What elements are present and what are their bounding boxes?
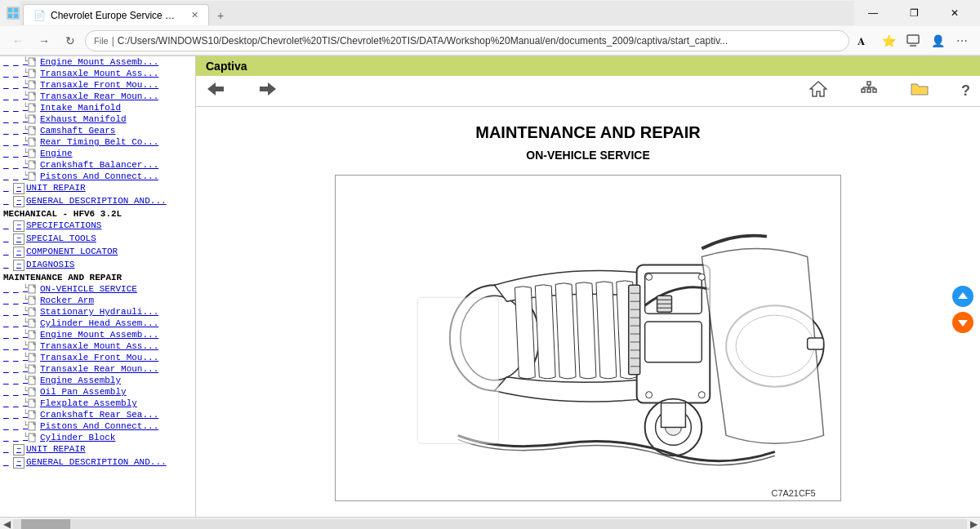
back-button[interactable]: ← [7,29,29,52]
sidebar-item[interactable]: └ Engine [0,148,195,159]
close-button[interactable]: ✕ [936,0,973,26]
sidebar-link-text[interactable]: Intake Manifold [40,103,121,113]
sidebar-link-text[interactable]: Oil Pan Assembly [40,387,127,397]
sidebar-link-text[interactable]: Engine Mount Assemb... [40,57,158,67]
sidebar-item[interactable]: └ Crankshaft Rear Sea... [0,409,195,420]
toolbar-folder-button[interactable] [911,81,929,101]
address-bar[interactable]: File | C:/Users/WINDOWS10/Desktop/Chevro… [85,30,849,51]
sidebar-item[interactable]: └ Stationary Hydrauli... [0,306,195,318]
toolbar-home-button[interactable] [809,81,827,101]
sidebar-link-text[interactable]: Engine Assembly [40,376,121,385]
sidebar-link-text[interactable]: Rocker Arm [40,296,94,305]
sidebar-item[interactable]: └ Intake Manifold [0,102,195,113]
sidebar-link-text[interactable]: ON-VEHICLE SERVICE [40,284,137,294]
sidebar-item[interactable]: └ Engine Assembly [0,375,195,386]
tree-expand-icon[interactable]: − [13,233,24,245]
active-tab[interactable]: 📄 Chevrolet Europe Service Manu... ✕ [23,4,209,25]
profile-button[interactable]: 👤 [926,29,949,52]
tree-expand-icon[interactable]: − [13,444,24,456]
sidebar-link-text[interactable]: UNIT REPAIR [26,444,86,454]
sidebar-item[interactable]: └ Cylinder Head Assem... [0,318,195,329]
scroll-up-button[interactable] [952,286,973,307]
tree-expand-icon[interactable]: − [13,457,24,469]
tree-expand-icon[interactable]: − [13,183,24,194]
sidebar-item[interactable]: └ Engine Mount Assemb... [0,56,195,68]
tree-expand-icon[interactable]: − [13,260,24,271]
sidebar-link-text[interactable]: Transaxle Front Mou... [40,353,158,362]
sidebar-link-text[interactable]: Cylinder Head Assem... [40,318,158,328]
toolbar-help-button[interactable]: ? [961,82,970,100]
sidebar-link-text[interactable]: GENERAL DESCRIPTION AND... [26,457,167,467]
sidebar-item[interactable]: └ Crankshaft Balancer... [0,159,195,171]
sidebar-item[interactable]: └ Transaxle Rear Moun... [0,91,195,102]
collections-button[interactable] [902,29,924,52]
sidebar-link-text[interactable]: UNIT REPAIR [26,183,86,193]
sidebar-item[interactable]: −UNIT REPAIR [0,443,195,456]
sidebar-item[interactable]: └ Rear Timing Belt Co... [0,136,195,148]
sidebar-item[interactable]: └ Transaxle Mount Ass... [0,68,195,79]
sidebar-link-text[interactable]: Exhaust Manifold [40,114,127,124]
sidebar-link-text[interactable]: Crankshaft Balancer... [40,160,158,170]
toolbar-sitemap-button[interactable] [860,81,878,101]
sidebar-item[interactable]: └ ON-VEHICLE SERVICE [0,283,195,295]
sidebar-item[interactable]: −DIAGNOSIS [0,259,195,272]
minimize-button[interactable]: — [854,0,892,26]
more-button[interactable]: ⋯ [951,29,973,52]
h-scroll-thumb[interactable] [21,519,70,529]
sidebar-item[interactable]: └ Transaxle Front Mou... [0,352,195,363]
sidebar-link-text[interactable]: Pistons And Connect... [40,421,158,431]
tree-expand-icon[interactable]: − [13,247,24,258]
h-scroll-track[interactable] [13,519,967,529]
scroll-down-button[interactable] [952,312,973,333]
sidebar-link-text[interactable]: GENERAL DESCRIPTION AND... [26,196,167,206]
sidebar-item[interactable]: └ Rocker Arm [0,295,195,306]
sidebar-item[interactable]: └ Engine Mount Assemb... [0,329,195,340]
refresh-button[interactable]: ↻ [59,29,82,52]
sidebar-item[interactable]: └ Pistons And Connect... [0,420,195,432]
tab-close-button[interactable]: ✕ [191,10,198,20]
maximize-button[interactable]: ❐ [895,0,933,26]
sidebar-link-text[interactable]: Transaxle Rear Moun... [40,91,158,101]
sidebar-link-text[interactable]: Engine [40,149,73,158]
sidebar-item[interactable]: └ Transaxle Rear Moun... [0,363,195,375]
favorites-button[interactable]: ⭐ [877,29,900,52]
sidebar-link-text[interactable]: DIAGNOSIS [26,260,74,269]
sidebar-link-text[interactable]: Transaxle Front Mou... [40,80,158,90]
tree-expand-icon[interactable]: − [13,196,24,207]
read-aloud-button[interactable]: 𝐀 [853,29,875,52]
sidebar-link-text[interactable]: Flexplate Assembly [40,398,137,408]
sidebar-item[interactable]: └ Cylinder Block [0,432,195,443]
sidebar-item[interactable]: └ Exhaust Manifold [0,113,195,125]
sidebar-item[interactable]: −GENERAL DESCRIPTION AND... [0,195,195,208]
sidebar-link-text[interactable]: Crankshaft Rear Sea... [40,410,158,420]
sidebar-item[interactable]: └ Flexplate Assembly [0,398,195,409]
toolbar-back-button[interactable] [206,81,225,101]
sidebar-link-text[interactable]: COMPONENT LOCATOR [26,247,118,256]
tree-expand-icon[interactable]: − [13,220,24,232]
sidebar-item[interactable]: └ Transaxle Mount Ass... [0,340,195,352]
h-scroll-left-button[interactable]: ◀ [0,518,13,530]
h-scroll-right-button[interactable]: ▶ [967,518,980,530]
forward-button[interactable]: → [33,29,56,52]
sidebar-item[interactable]: −SPECIFICATIONS [0,220,195,233]
sidebar-link-text[interactable]: Transaxle Mount Ass... [40,69,158,78]
sidebar-link-text[interactable]: Camshaft Gears [40,126,115,136]
sidebar-item[interactable]: └ Pistons And Connect... [0,171,195,182]
sidebar-link-text[interactable]: Pistons And Connect... [40,171,158,181]
sidebar-link-text[interactable]: SPECIAL TOOLS [26,233,96,243]
sidebar-link-text[interactable]: Transaxle Mount Ass... [40,341,158,351]
sidebar-item[interactable]: −GENERAL DESCRIPTION AND... [0,456,195,469]
sidebar-item[interactable]: −SPECIAL TOOLS [0,233,195,246]
sidebar-item[interactable]: └ Camshaft Gears [0,125,195,136]
sidebar-link-text[interactable]: Transaxle Rear Moun... [40,364,158,374]
sidebar-item[interactable]: −UNIT REPAIR [0,182,195,195]
sidebar-link-text[interactable]: Rear Timing Belt Co... [40,137,158,147]
sidebar-link-text[interactable]: Engine Mount Assemb... [40,330,158,340]
toolbar-forward-button[interactable] [258,81,278,101]
sidebar-item[interactable]: └ Transaxle Front Mou... [0,79,195,91]
sidebar-item[interactable]: −COMPONENT LOCATOR [0,246,195,259]
sidebar-link-text[interactable]: SPECIFICATIONS [26,220,101,230]
sidebar-link-text[interactable]: Cylinder Block [40,433,115,442]
sidebar-item[interactable]: └ Oil Pan Assembly [0,386,195,398]
sidebar-link-text[interactable]: Stationary Hydrauli... [40,307,158,317]
